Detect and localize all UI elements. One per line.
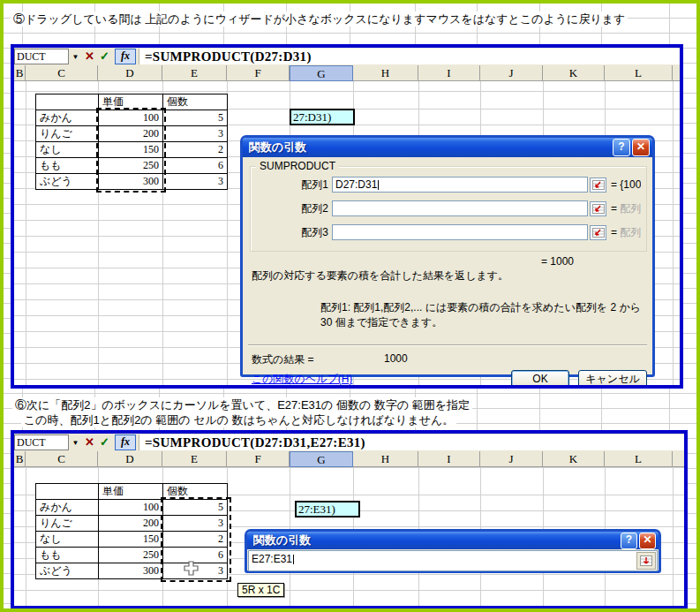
table-cell[interactable]: ぶどう xyxy=(36,563,99,579)
column-header-f[interactable]: F xyxy=(227,451,290,467)
name-box-dropdown-icon[interactable]: ▼ xyxy=(69,53,82,61)
insert-function-icon[interactable]: fx xyxy=(115,49,136,64)
table-cell[interactable]: みかん xyxy=(36,500,99,516)
column-header-d[interactable]: D xyxy=(98,65,162,81)
intermediate-result: = 1000 xyxy=(541,255,574,268)
table-header-row: 単価 個数 xyxy=(36,484,228,500)
range-expand-icon[interactable] xyxy=(636,552,656,570)
table-cell[interactable]: 3 xyxy=(163,126,228,142)
table-cell[interactable]: 個数 xyxy=(163,484,228,500)
name-box[interactable]: DUCT xyxy=(14,49,69,64)
name-box-dropdown-icon[interactable]: ▼ xyxy=(69,439,82,447)
table-cell[interactable]: 200 xyxy=(99,126,163,142)
table-cell[interactable]: 3 xyxy=(163,516,228,532)
function-arguments-dialog: 関数の引数 ? ✕ SUMPRODUCT 配列1 D27:D31 = {100;… xyxy=(240,135,655,377)
column-header-b[interactable]: B xyxy=(14,451,26,467)
column-header-d[interactable]: D xyxy=(98,451,162,467)
column-header-l[interactable]: L xyxy=(605,451,673,467)
formula-input[interactable]: =SUMPRODUCT(D27:D31) xyxy=(139,49,680,64)
formula-result-value: 1000 xyxy=(384,352,408,365)
active-formula-cell[interactable]: 27:D31) xyxy=(290,109,355,125)
column-header-g-selected[interactable]: G xyxy=(290,451,353,467)
dialog-titlebar[interactable]: 関数の引数 ? ✕ xyxy=(243,138,652,157)
table-cell[interactable]: もも xyxy=(36,548,99,563)
close-icon[interactable]: ✕ xyxy=(639,533,656,549)
column-header-j[interactable]: J xyxy=(480,451,543,467)
formula-cancel-icon[interactable]: ✕ xyxy=(82,49,97,64)
close-icon[interactable]: ✕ xyxy=(632,139,650,156)
table-cell[interactable]: 5 xyxy=(163,500,228,516)
table-row: なし 150 2 xyxy=(36,532,228,548)
table-cell[interactable]: りんご xyxy=(36,516,99,532)
range-collapse-icon[interactable] xyxy=(590,178,606,193)
column-header-f[interactable]: F xyxy=(227,65,290,81)
table-cell[interactable]: もも xyxy=(36,158,99,174)
help-icon[interactable]: ? xyxy=(613,139,630,156)
column-header-h[interactable]: H xyxy=(353,451,418,467)
table-cell[interactable]: 300 xyxy=(99,174,163,190)
column-header-k[interactable]: K xyxy=(543,65,605,81)
column-header-e[interactable]: E xyxy=(162,451,227,467)
table-cell[interactable]: 3 xyxy=(163,174,228,190)
help-icon[interactable]: ? xyxy=(621,533,637,549)
cancel-button[interactable]: キャンセル xyxy=(578,370,647,385)
table-cell[interactable]: 200 xyxy=(99,516,163,532)
column-header-c[interactable]: C xyxy=(26,65,98,81)
column-header-e[interactable]: E xyxy=(162,65,227,81)
table-cell[interactable]: 250 xyxy=(99,548,163,563)
table-cell[interactable]: 5 xyxy=(163,110,228,126)
range-input[interactable]: E27:E31 xyxy=(248,550,658,571)
column-header-c[interactable]: C xyxy=(26,451,98,467)
column-header-i[interactable]: I xyxy=(418,451,480,467)
table-cell[interactable] xyxy=(36,94,99,110)
column-header-g-selected[interactable]: G xyxy=(290,65,353,81)
table-cell[interactable]: なし xyxy=(36,532,99,548)
table-row: ぶどう 300 3 xyxy=(36,563,228,579)
range-collapse-icon[interactable] xyxy=(590,201,606,216)
table-cell[interactable]: 6 xyxy=(163,548,228,563)
table-cell[interactable]: ぶどう xyxy=(36,174,99,190)
column-header-l[interactable]: L xyxy=(605,65,673,81)
excel-screenshot-1: DUCT ▼ ✕ ✓ fx =SUMPRODUCT(D27:D31) B C D… xyxy=(11,44,683,389)
table-cell[interactable]: 100 xyxy=(99,110,163,126)
table-cell[interactable]: 150 xyxy=(99,142,163,158)
function-help-link[interactable]: この関数のヘルプ(H) xyxy=(252,372,352,385)
column-headers: B C D E F G H I J K L xyxy=(14,451,684,467)
table-cell[interactable]: 100 xyxy=(99,500,163,516)
arg1-input[interactable]: D27:D31 xyxy=(332,177,588,193)
table-cell[interactable]: 個数 xyxy=(163,94,228,110)
column-header-b[interactable]: B xyxy=(14,65,26,81)
formula-cancel-icon[interactable]: ✕ xyxy=(82,434,97,450)
range-collapse-icon[interactable] xyxy=(590,225,606,240)
table-cell[interactable]: りんご xyxy=(36,126,99,142)
arg3-input[interactable] xyxy=(332,224,588,240)
function-arguments-collapsed-dialog: 関数の引数 ? ✕ E27:E31 xyxy=(245,529,661,573)
arg3-label: 配列3 xyxy=(251,225,332,240)
table-cell[interactable]: 6 xyxy=(163,158,228,174)
table-cell[interactable]: 2 xyxy=(163,142,228,158)
table-cell[interactable]: 単価 xyxy=(99,94,163,110)
column-header-k[interactable]: K xyxy=(543,451,605,467)
table-cell[interactable]: 250 xyxy=(99,158,163,174)
table-cell[interactable]: 300 xyxy=(99,563,163,579)
table-cell[interactable] xyxy=(36,484,99,500)
formula-enter-icon[interactable]: ✓ xyxy=(97,49,112,64)
table-cell[interactable]: 2 xyxy=(163,532,228,548)
insert-function-icon[interactable]: fx xyxy=(115,434,136,450)
active-formula-cell[interactable]: 27:E31) xyxy=(295,501,360,518)
formula-enter-icon[interactable]: ✓ xyxy=(97,434,112,450)
arg2-input[interactable] xyxy=(332,200,588,216)
table-row: みかん 100 5 xyxy=(36,500,228,516)
table-cell[interactable]: 単価 xyxy=(99,484,163,500)
table-cell[interactable]: みかん xyxy=(36,110,99,126)
column-header-j[interactable]: J xyxy=(480,65,543,81)
table-cell[interactable]: なし xyxy=(36,142,99,158)
table-cell[interactable]: 3 xyxy=(163,563,228,579)
dialog-titlebar[interactable]: 関数の引数 ? ✕ xyxy=(247,532,659,549)
ok-button[interactable]: OK xyxy=(511,370,569,385)
table-cell[interactable]: 150 xyxy=(99,532,163,548)
name-box[interactable]: DUCT xyxy=(14,434,69,450)
column-header-i[interactable]: I xyxy=(418,65,480,81)
column-header-h[interactable]: H xyxy=(353,65,418,81)
formula-input[interactable]: =SUMPRODUCT(D27:D31,E27:E31) xyxy=(139,434,684,450)
